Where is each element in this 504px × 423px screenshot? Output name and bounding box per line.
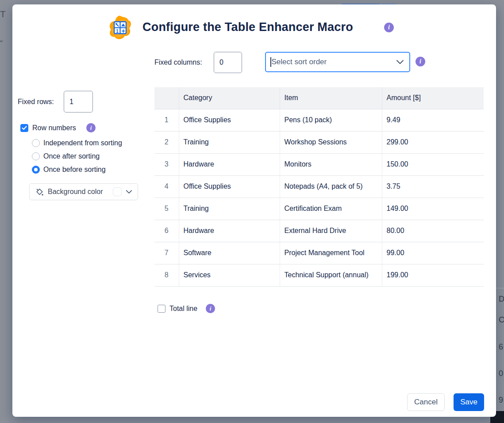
sort-order-info-icon[interactable]: i [416, 57, 425, 66]
table-cell: Technical Support (annual) [280, 264, 382, 286]
table-cell: 99.00 [382, 242, 484, 264]
background-edge-line [496, 288, 504, 288]
table-cell: 3.75 [382, 175, 484, 198]
row-numbers-option[interactable]: Row numbers [20, 124, 76, 132]
table-cell: Workshop Sessions [280, 131, 382, 153]
background-chevron-icon: ⌄ [0, 35, 4, 44]
color-swatch [113, 187, 122, 196]
macro-config-dialog: 1 + Configure the Table Enhancer Macro i… [12, 4, 496, 417]
table-row: 6HardwareExternal Hard Drive80.00 [154, 220, 484, 242]
table-cell: Notepads (A4, pack of 5) [280, 175, 382, 198]
svg-text:+: + [121, 27, 125, 35]
total-line-checkbox[interactable] [158, 305, 165, 313]
fixed-rows-input[interactable] [64, 91, 93, 113]
background-color-label: Background color [48, 188, 109, 196]
table-cell: 149.00 [382, 198, 484, 220]
cancel-button[interactable]: Cancel [407, 393, 445, 411]
row-numbers-label: Row numbers [32, 124, 76, 132]
table-cell: External Hard Drive [280, 220, 382, 242]
table-row: 2TrainingWorkshop Sessions299.00 [154, 131, 484, 153]
table-row: 7SoftwareProject Management Tool99.00 [154, 242, 484, 264]
radio-label: Once before sorting [43, 166, 106, 174]
table-header-cell: Amount [$] [382, 87, 484, 109]
screen: { "dialog": { "title": "Configure the Ta… [0, 0, 504, 423]
row-numbering-radio-group: Independent from sortingOnce after sorti… [32, 139, 122, 174]
radio-button[interactable] [32, 166, 40, 174]
total-line-option[interactable]: Total line [158, 305, 197, 313]
radio-label: Once after sorting [43, 152, 100, 160]
row-number-cell: 5 [154, 198, 179, 220]
table-row: 1Office SuppliesPens (10 pack)9.49 [154, 109, 484, 131]
sort-order-placeholder: Select sort order [272, 58, 396, 66]
table-cell: Office Supplies [179, 175, 280, 198]
table-cell: 299.00 [382, 131, 484, 153]
table-body: 1Office SuppliesPens (10 pack)9.492Train… [154, 109, 484, 286]
row-numbers-info-icon[interactable]: i [86, 123, 96, 132]
table-row: 3HardwareMonitors150.00 [154, 153, 484, 175]
background-edge-text: C [499, 315, 504, 325]
dialog-title: Configure the Table Enhancer Macro [142, 20, 353, 34]
table-cell: Services [179, 264, 280, 286]
row-number-cell: 1 [154, 109, 179, 131]
row-number-cell: 6 [154, 220, 179, 242]
chevron-down-icon [126, 190, 132, 194]
preview-table: CategoryItemAmount [$] 1Office SuppliesP… [154, 87, 484, 287]
title-info-icon[interactable]: i [384, 23, 394, 32]
radio-option-once-before-sorting[interactable]: Once before sorting [32, 166, 122, 174]
radio-option-once-after-sorting[interactable]: Once after sorting [32, 152, 122, 160]
fixed-rows-label: Fixed rows: [18, 97, 54, 106]
table-cell: Pens (10 pack) [280, 109, 382, 131]
row-number-cell: 8 [154, 264, 179, 286]
row-numbers-checkbox[interactable] [20, 124, 28, 132]
table-cell: Hardware [179, 220, 280, 242]
background-edge-text: 0 [499, 369, 503, 378]
table-header-cell: Item [280, 87, 382, 109]
table-cell: Office Supplies [179, 109, 280, 131]
check-icon [22, 126, 27, 130]
radio-button[interactable] [32, 152, 40, 160]
table-header-row: CategoryItemAmount [$] [154, 87, 484, 109]
paint-bucket-icon [35, 187, 44, 196]
table-cell: Training [179, 131, 280, 153]
table-cell: Project Management Tool [280, 242, 382, 264]
table-row: 5TrainingCertification Exam149.00 [154, 198, 484, 220]
row-number-cell: 2 [154, 131, 179, 153]
row-number-cell: 7 [154, 242, 179, 264]
table-cell: Monitors [280, 153, 382, 175]
table-cell: Training [179, 198, 280, 220]
table-cell: 199.00 [382, 264, 484, 286]
background-edge-text: 9 [499, 396, 503, 405]
background-edge-text: 6 [499, 342, 503, 352]
background-page-text: T [0, 9, 6, 19]
row-number-cell: 4 [154, 175, 179, 198]
chevron-down-icon [396, 59, 404, 65]
radio-option-independent-from-sorting[interactable]: Independent from sorting [32, 139, 122, 147]
save-button[interactable]: Save [454, 393, 484, 411]
radio-button[interactable] [32, 139, 40, 147]
fixed-columns-input[interactable] [214, 52, 242, 73]
text-cursor [270, 57, 271, 67]
background-color-button[interactable]: Background color [29, 183, 138, 200]
svg-text:1: 1 [116, 28, 119, 34]
table-row: 4Office SuppliesNotepads (A4, pack of 5)… [154, 175, 484, 198]
table-cell: Software [179, 242, 280, 264]
background-edge-text: D [499, 295, 504, 304]
table-row: 8ServicesTechnical Support (annual)199.0… [154, 264, 484, 286]
table-enhancer-logo-icon: 1 + [108, 16, 133, 41]
row-number-cell: 3 [154, 153, 179, 175]
radio-label: Independent from sorting [43, 139, 122, 147]
total-line-info-icon[interactable]: i [206, 304, 215, 313]
table-cell: 150.00 [382, 153, 484, 175]
table-cell: 80.00 [382, 220, 484, 242]
sort-order-select[interactable]: Select sort order [265, 52, 410, 72]
table-header-cell [154, 87, 179, 109]
fixed-columns-label: Fixed columns: [154, 58, 202, 67]
table-cell: Certification Exam [280, 198, 382, 220]
table-cell: 9.49 [382, 109, 484, 131]
table-header-cell: Category [179, 87, 280, 109]
total-line-label: Total line [169, 305, 197, 313]
table-cell: Hardware [179, 153, 280, 175]
